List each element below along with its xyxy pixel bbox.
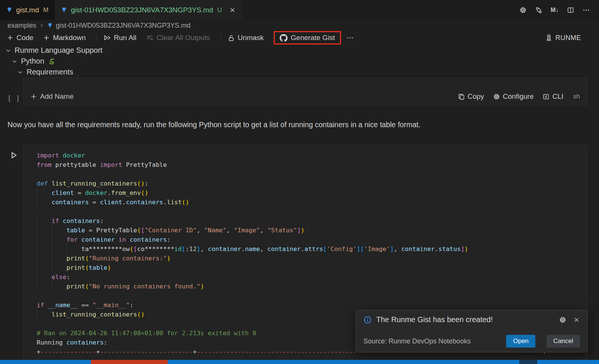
notebook-toolbar: Code Markdown Run All Clear xyxy=(0,31,599,45)
configure-button[interactable]: Configure xyxy=(493,92,533,101)
toast-close-icon[interactable] xyxy=(573,316,580,323)
chevron-down-icon[interactable] xyxy=(17,69,23,75)
markdown-cell-text: Now you have all the requirements ready,… xyxy=(7,120,420,129)
clear-outputs-icon xyxy=(146,34,153,42)
info-icon xyxy=(364,316,372,324)
code-line[interactable]: print(table) xyxy=(37,263,587,272)
generate-gist-button[interactable]: Generate Gist xyxy=(274,31,341,45)
tab-gist-generated-md[interactable]: gist-01HWD053BZ23JN6VA7X3NGP3YS.md U xyxy=(55,0,242,20)
clear-all-outputs-button[interactable]: Clear All Outputs xyxy=(146,34,210,42)
toast-settings-gear-icon[interactable] xyxy=(559,316,566,324)
unmask-button[interactable]: Unmask xyxy=(228,34,264,42)
code-line[interactable]: import docker xyxy=(37,151,587,160)
kernel-selector[interactable]: RUNME xyxy=(545,34,581,42)
run-all-icon xyxy=(103,34,111,42)
toolbar-more-icon[interactable] xyxy=(346,34,354,42)
plus-icon xyxy=(43,34,50,41)
github-icon xyxy=(280,34,288,42)
code-line[interactable]: for container in containers: xyxy=(37,235,587,244)
code-line[interactable]: if __name__ == "__main__": xyxy=(37,300,587,310)
git-status-badge-untracked: U xyxy=(217,6,222,14)
outline-python[interactable]: Python xyxy=(0,56,599,67)
notebook-outline: Runme Language Support Python Requiremen… xyxy=(0,45,599,77)
outline-requirements[interactable]: Requirements xyxy=(0,67,599,77)
open-button[interactable]: Open xyxy=(506,335,535,348)
plus-icon xyxy=(30,93,37,100)
run-all-button[interactable]: Run All xyxy=(103,34,136,42)
editor-actions: M↓ xyxy=(519,0,599,20)
outline-label: Python xyxy=(21,57,44,65)
unlock-icon xyxy=(228,34,235,42)
editor-tab-bar: gist.md M gist-01HWD053BZ23JN6VA7X3NGP3Y… xyxy=(0,0,599,20)
runme-file-icon xyxy=(6,7,13,13)
cell-language-label[interactable]: sh xyxy=(573,93,580,100)
add-markdown-label: Markdown xyxy=(53,34,86,42)
add-name-button[interactable]: Add Name xyxy=(30,92,74,101)
cli-label: CLI xyxy=(552,92,563,101)
cell-footer-row: Add Name Copy xyxy=(24,88,587,105)
breadcrumb-file[interactable]: gist-01HWD053BZ23JN6VA7X3NGP3YS.md xyxy=(56,22,191,30)
runme-file-icon xyxy=(61,7,67,13)
tab-gist-md[interactable]: gist.md M xyxy=(0,0,55,20)
cell-actions: Copy Configure xyxy=(453,92,580,101)
close-icon[interactable] xyxy=(229,7,236,13)
tab-label: gist-01HWD053BZ23JN6VA7X3NGP3YS.md xyxy=(71,6,213,14)
cancel-button[interactable]: Cancel xyxy=(547,335,580,348)
split-editor-icon[interactable] xyxy=(567,6,574,14)
breadcrumb: examples gist-01HWD053BZ23JN6VA7X3NGP3YS… xyxy=(0,20,599,31)
code-line[interactable] xyxy=(37,169,587,179)
generate-gist-label: Generate Gist xyxy=(291,34,335,42)
code-line[interactable] xyxy=(37,207,587,216)
code-line[interactable]: client = docker.from_env() xyxy=(37,188,587,198)
plus-icon xyxy=(7,34,13,41)
code-line[interactable]: if containers: xyxy=(37,216,587,226)
execution-indicator: [ ] xyxy=(7,95,20,102)
unmask-label: Unmask xyxy=(238,34,264,42)
chevron-down-icon[interactable] xyxy=(12,58,18,64)
vscode-window: gist.md M gist-01HWD053BZ23JN6VA7X3NGP3Y… xyxy=(0,0,599,77)
code-line[interactable]: ta*********ow([co********id[:12], contai… xyxy=(37,244,587,254)
cli-button[interactable]: CLI xyxy=(542,92,563,101)
git-status-badge-modified: M xyxy=(43,6,48,14)
add-code-cell-button[interactable]: Code xyxy=(7,34,33,42)
code-line[interactable] xyxy=(37,291,587,300)
source-control-sync-icon[interactable] xyxy=(535,6,542,14)
progress-segment xyxy=(91,360,168,364)
breadcrumb-folder[interactable]: examples xyxy=(7,22,36,30)
outline-label: Runme Language Support xyxy=(15,46,103,55)
copy-icon xyxy=(458,93,465,100)
chevron-down-icon[interactable] xyxy=(5,48,11,53)
toolbar-divider xyxy=(96,34,97,41)
code-line[interactable]: table = PrettyTable(["Container ID", "Na… xyxy=(37,226,587,235)
gear-icon xyxy=(493,93,500,100)
clear-all-outputs-label: Clear All Outputs xyxy=(156,34,210,42)
more-actions-icon[interactable] xyxy=(583,6,590,14)
copy-label: Copy xyxy=(468,92,484,101)
kernel-label: RUNME xyxy=(556,34,581,42)
snake-icon xyxy=(48,58,55,65)
run-cell-button[interactable] xyxy=(10,151,18,159)
cli-terminal-icon xyxy=(542,93,550,100)
bottom-progress-bar xyxy=(0,360,599,364)
copy-button[interactable]: Copy xyxy=(458,92,484,101)
settings-gear-icon[interactable] xyxy=(519,6,527,14)
runme-kernel-icon xyxy=(545,34,553,42)
add-markdown-cell-button[interactable]: Markdown xyxy=(43,34,86,42)
code-line[interactable]: from prettytable import PrettyTable xyxy=(37,160,587,169)
code-line[interactable]: containers = client.containers.list() xyxy=(37,198,587,207)
tab-label: gist.md xyxy=(16,6,39,14)
outline-label: Requirements xyxy=(27,68,73,76)
progress-segment xyxy=(0,360,91,364)
code-line[interactable]: else: xyxy=(37,272,587,282)
toast-header: The Runme Gist has been created! xyxy=(364,315,580,324)
toolbar-divider xyxy=(221,34,221,41)
markdown-preview-icon[interactable]: M↓ xyxy=(551,7,559,13)
chevron-right-icon xyxy=(39,23,44,28)
outline-runme-language-support[interactable]: Runme Language Support xyxy=(0,45,599,56)
progress-segment xyxy=(168,360,519,364)
code-line[interactable]: print("No running containers found.") xyxy=(37,282,587,291)
code-line[interactable]: print("Running containers:") xyxy=(37,254,587,263)
notification-toast: The Runme Gist has been created! Source:… xyxy=(356,310,588,352)
toast-source: Source: Runme DevOps Notebooks xyxy=(364,337,471,345)
code-line[interactable]: def list_running_containers(): xyxy=(37,179,587,188)
